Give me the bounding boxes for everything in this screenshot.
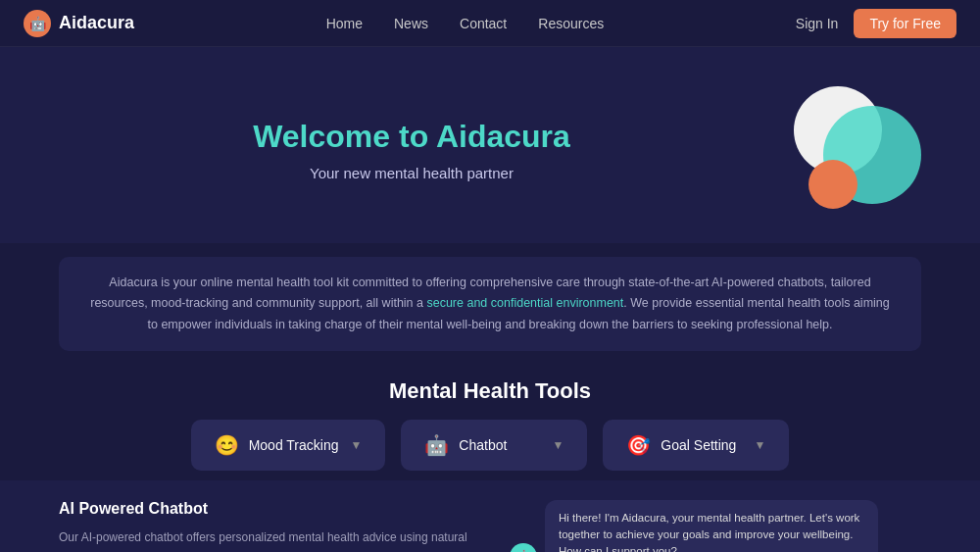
hero-title: Welcome to Aidacura (59, 119, 764, 155)
goal-icon: 🎯 (626, 433, 651, 457)
hero-text: Welcome to Aidacura Your new mental heal… (59, 119, 764, 181)
nav-contact[interactable]: Contact (460, 16, 507, 31)
chatbot-card-icon: 🤖 (424, 433, 449, 457)
goal-label: Goal Setting (661, 437, 736, 453)
chatbot-section-title: AI Powered Chatbot (59, 500, 470, 518)
chat-bubble-bot-1: Hi there! I'm Aidacura, your mental heal… (545, 500, 878, 552)
nav-home[interactable]: Home (326, 16, 363, 31)
chatbot-section: AI Powered Chatbot Our AI-powered chatbo… (0, 480, 980, 552)
signin-button[interactable]: Sign In (796, 16, 839, 31)
logo[interactable]: 🤖 Aidacura (24, 10, 134, 37)
tools-cards: 😊 Mood Tracking ▼ 🤖 Chatbot ▼ 🎯 Goal Set… (59, 420, 921, 471)
logo-icon: 🤖 (24, 10, 51, 37)
hero-title-accent: cura (504, 119, 570, 154)
chatbot-chevron-icon: ▼ (552, 438, 564, 452)
nav-links: Home News Contact Resources (326, 16, 605, 31)
nav-news[interactable]: News (394, 16, 428, 31)
mood-label: Mood Tracking (249, 437, 339, 453)
hero-title-prefix: Welcome to Aida (253, 119, 504, 154)
hero-graphic (764, 76, 921, 224)
tools-section: Mental Health Tools 😊 Mood Tracking ▼ 🤖 … (0, 365, 980, 480)
nav-resources[interactable]: Resources (538, 16, 604, 31)
description-link[interactable]: secure and confidential environment (426, 296, 623, 310)
logo-text: Aidacura (59, 13, 134, 33)
hero-section: Welcome to Aidacura Your new mental heal… (0, 47, 980, 243)
chatbot-ui: 🤖 Hi there! I'm Aidacura, your mental he… (510, 500, 921, 552)
goal-chevron-icon: ▼ (754, 438, 765, 452)
mood-chevron-icon: ▼ (350, 438, 362, 452)
nav-actions: Sign In Try for Free (796, 9, 956, 38)
hero-subtitle: Your new mental health partner (59, 165, 764, 181)
chatbot-info: AI Powered Chatbot Our AI-powered chatbo… (59, 500, 470, 552)
bot-avatar-1: 🤖 (510, 543, 537, 553)
mood-icon: 😊 (215, 433, 239, 457)
circle-orange (808, 160, 858, 209)
chat-message-bot-1: 🤖 Hi there! I'm Aidacura, your mental he… (510, 500, 921, 552)
try-button[interactable]: Try for Free (854, 9, 956, 38)
description-box: Aidacura is your online mental health to… (59, 257, 921, 351)
chatbot-label: Chatbot (459, 437, 507, 453)
tool-card-mood[interactable]: 😊 Mood Tracking ▼ (191, 420, 386, 471)
tool-card-goal[interactable]: 🎯 Goal Setting ▼ (603, 420, 789, 471)
chatbot-description: Our AI-powered chatbot offers personaliz… (59, 527, 470, 552)
navbar: 🤖 Aidacura Home News Contact Resources S… (0, 0, 980, 47)
tools-title: Mental Health Tools (59, 378, 921, 404)
tool-card-chatbot[interactable]: 🤖 Chatbot ▼ (401, 420, 587, 471)
